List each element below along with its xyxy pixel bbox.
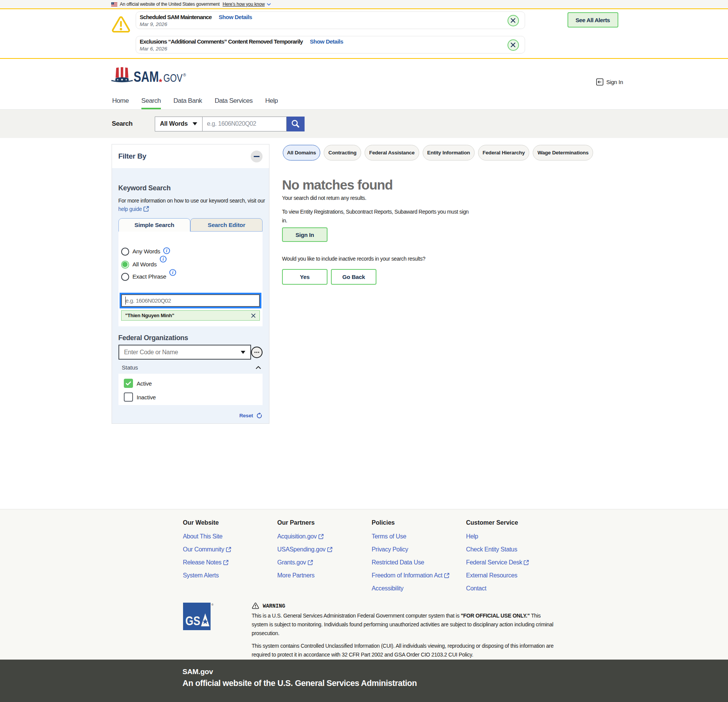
footer-link-help[interactable]: Help — [466, 533, 478, 540]
checkbox-inactive[interactable] — [124, 392, 133, 402]
chip-federal-hierarchy[interactable]: Federal Hierarchy — [478, 145, 530, 161]
simple-search-panel: Any Words i All Words i Exact Phrase i — [118, 232, 263, 326]
search-input[interactable] — [203, 117, 287, 131]
sign-in-note: To view Entity Registrations, Subcontrac… — [282, 208, 475, 225]
alert-date: Mar 6, 2026 — [140, 46, 507, 52]
alert-item: Exclusions “Additional Comments” Content… — [136, 36, 525, 54]
footer-link-more-partners[interactable]: More Partners — [277, 572, 315, 579]
bottom-site-name: SAM.gov — [183, 668, 617, 676]
main-section: Filter By Keyword Search For more inform… — [0, 138, 728, 509]
nav-data-bank[interactable]: Data Bank — [173, 92, 202, 109]
info-icon[interactable]: i — [169, 269, 176, 276]
checkbox-active[interactable] — [124, 379, 133, 388]
alert-title: Exclusions “Additional Comments” Content… — [140, 38, 303, 45]
close-icon — [511, 42, 516, 47]
keyword-search-desc: For more information on how to use our k… — [118, 196, 266, 213]
svg-text:i: i — [172, 270, 173, 275]
footer-link-contact[interactable]: Contact — [466, 585, 486, 592]
nav-home[interactable]: Home — [112, 92, 129, 109]
footer-link-system-alerts[interactable]: System Alerts — [183, 572, 219, 579]
chip-federal-assistance[interactable]: Federal Assistance — [365, 145, 419, 161]
status-options: Active Inactive — [118, 374, 263, 405]
bottom-tagline: An official website of the U.S. General … — [183, 679, 617, 688]
site-footer: Our Website About This Site Our Communit… — [0, 509, 728, 660]
keyword-chip: "Thien Nguyen Minh" — [121, 310, 260, 321]
external-link-icon — [444, 573, 449, 578]
warning-triangle-icon — [112, 16, 130, 32]
go-back-button[interactable]: Go Back — [331, 269, 376, 285]
alert-show-details-link[interactable]: Show Details — [310, 38, 343, 45]
help-guide-link[interactable]: help guide — [118, 206, 142, 212]
reset-link[interactable]: Reset — [239, 413, 253, 418]
footer-link-check-entity-status[interactable]: Check Entity Status — [466, 546, 517, 553]
uncle-sam-hat-icon — [111, 67, 133, 82]
alert-list: Scheduled SAM Maintenance Show Details M… — [136, 11, 525, 54]
info-icon[interactable]: i — [163, 247, 170, 254]
footer-col-title: Customer Service — [466, 519, 561, 526]
chip-remove-icon[interactable] — [251, 313, 256, 318]
radio-any-words[interactable] — [121, 248, 129, 256]
search-mode-select[interactable]: All Words — [155, 117, 203, 131]
alert-close-button[interactable] — [507, 39, 519, 51]
footer-link-our-community[interactable]: Our Community — [183, 546, 224, 553]
footer-link-terms-of-use[interactable]: Terms of Use — [372, 533, 407, 540]
filter-panel: Filter By Keyword Search For more inform… — [112, 144, 270, 424]
yes-button[interactable]: Yes — [282, 269, 328, 285]
alert-item: Scheduled SAM Maintenance Show Details M… — [136, 11, 525, 29]
footer-col-title: Policies — [372, 519, 466, 526]
warning-paragraph-1: This is a U.S. General Services Administ… — [252, 611, 558, 638]
external-link-icon — [223, 560, 229, 565]
footer-link-acquisition-gov[interactable]: Acquisition.gov — [277, 533, 317, 540]
main-nav: Home Search Data Bank Data Services Help — [0, 92, 728, 110]
caret-down-icon — [241, 351, 245, 354]
more-options-button[interactable] — [251, 347, 263, 358]
banner-how-link[interactable]: Here’s how you know — [223, 2, 265, 7]
footer-link-privacy-policy[interactable]: Privacy Policy — [372, 546, 408, 553]
collapse-filters-button[interactable] — [251, 151, 263, 162]
sign-in-link[interactable]: Sign In — [596, 78, 623, 86]
tab-simple-search[interactable]: Simple Search — [118, 218, 191, 232]
minus-icon — [254, 156, 259, 157]
footer-link-about-this-site[interactable]: About This Site — [183, 533, 223, 540]
status-accordion[interactable]: Status — [118, 364, 263, 371]
see-all-alerts-button[interactable]: See All Alerts — [567, 12, 618, 28]
footer-link-release-notes[interactable]: Release Notes — [183, 559, 222, 566]
reset-icon — [256, 412, 263, 419]
footer-link-grants-gov[interactable]: Grants.gov — [277, 559, 306, 566]
footer-link-accessibility[interactable]: Accessibility — [372, 585, 404, 592]
tab-search-editor[interactable]: Search Editor — [190, 218, 263, 232]
chip-contracting[interactable]: Contracting — [324, 145, 361, 161]
footer-link-federal-service-desk[interactable]: Federal Service Desk — [466, 559, 522, 566]
results-section: All Domains Contracting Federal Assistan… — [282, 144, 617, 285]
nav-data-services[interactable]: Data Services — [215, 92, 253, 109]
footer-link-restricted-data-use[interactable]: Restricted Data Use — [372, 559, 424, 566]
chevron-down-icon — [267, 3, 271, 6]
radio-all-words[interactable] — [121, 261, 129, 269]
nav-help[interactable]: Help — [265, 92, 278, 109]
footer-link-usaspending-gov[interactable]: USASpending.gov — [277, 546, 326, 553]
site-header: SAM GOV ® Sign In — [0, 59, 728, 92]
no-matches-title: No matches found — [282, 178, 617, 192]
warning-icon — [252, 603, 259, 609]
info-icon[interactable]: i — [160, 256, 167, 263]
warning-title: WARNING — [263, 603, 285, 609]
keyword-input[interactable] — [121, 294, 260, 307]
check-icon — [126, 381, 131, 386]
alert-show-details-link[interactable]: Show Details — [219, 14, 252, 20]
logo-star-icon — [158, 79, 162, 83]
nav-search[interactable]: Search — [141, 92, 161, 109]
sam-gov-logo[interactable]: SAM GOV ® — [111, 66, 188, 86]
sign-in-button[interactable]: Sign In — [282, 227, 328, 242]
chip-wage-determinations[interactable]: Wage Determinations — [533, 145, 593, 161]
footer-link-external-resources[interactable]: External Resources — [466, 572, 517, 579]
chip-entity-information[interactable]: Entity Information — [423, 145, 475, 161]
federal-organizations-combo[interactable]: Enter Code or Name — [118, 345, 251, 360]
radio-exact-phrase[interactable] — [121, 273, 129, 281]
footer-link-foia[interactable]: Freedom of Information Act — [372, 572, 443, 579]
logo-reg-mark: ® — [183, 73, 186, 77]
alert-close-button[interactable] — [507, 15, 519, 26]
search-button[interactable] — [287, 117, 305, 131]
filter-by-title: Filter By — [118, 152, 146, 161]
external-link-icon — [327, 547, 332, 552]
chip-all-domains[interactable]: All Domains — [283, 145, 321, 161]
